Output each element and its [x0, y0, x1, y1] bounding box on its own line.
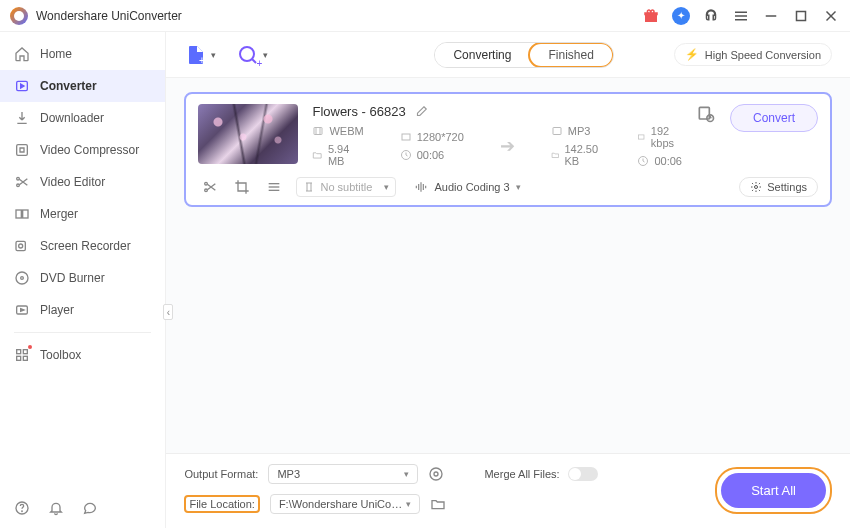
sidebar-item-label: Video Compressor [40, 143, 139, 157]
svg-rect-31 [402, 134, 410, 140]
divider [14, 332, 151, 333]
chevron-down-icon: ▾ [211, 50, 216, 60]
feedback-icon[interactable] [82, 500, 98, 516]
compressor-icon [14, 142, 30, 158]
tab-finished[interactable]: Finished [528, 42, 613, 68]
sidebar-item-downloader[interactable]: Downloader [0, 102, 165, 134]
chevron-down-icon: ▾ [404, 469, 409, 479]
speed-label: High Speed Conversion [705, 49, 821, 61]
subtitle-select[interactable]: No subtitle ▾ [296, 177, 396, 197]
item-settings-button[interactable]: Settings [739, 177, 818, 197]
edit-title-icon[interactable] [414, 105, 428, 119]
svg-rect-14 [16, 241, 25, 250]
close-icon[interactable] [822, 7, 840, 25]
file-settings-icon[interactable] [696, 104, 716, 124]
subtitle-icon [303, 181, 315, 193]
sidebar-item-converter[interactable]: Converter [0, 70, 165, 102]
dst-bitrate: 192 kbps [651, 125, 682, 149]
crop-icon[interactable] [234, 179, 250, 195]
file-title: Flowers - 66823 [312, 104, 405, 119]
svg-marker-8 [21, 84, 24, 88]
src-resolution: 1280*720 [417, 131, 464, 143]
gift-icon[interactable] [642, 7, 660, 25]
svg-rect-22 [17, 356, 21, 360]
svg-point-17 [21, 277, 24, 280]
arrow-icon: ➔ [500, 135, 515, 157]
footer: Output Format: MP3 ▾ Merge All Files: Fi… [166, 453, 850, 528]
gear-icon [750, 181, 762, 193]
src-format: WEBM [329, 125, 363, 137]
bell-icon[interactable] [48, 500, 64, 516]
svg-rect-28 [314, 128, 322, 135]
svg-rect-33 [553, 128, 561, 135]
svg-rect-9 [17, 145, 28, 156]
recorder-icon [14, 238, 30, 254]
add-url-button[interactable]: + ▾ [236, 43, 260, 67]
app-logo [10, 7, 28, 25]
svg-point-49 [434, 472, 438, 476]
sidebar-item-dvd[interactable]: DVD Burner [0, 262, 165, 294]
start-all-button[interactable]: Start All [721, 473, 826, 508]
menu-icon[interactable] [732, 7, 750, 25]
svg-point-38 [205, 182, 208, 185]
notification-dot [28, 345, 32, 349]
help-icon[interactable] [14, 500, 30, 516]
folder-icon [312, 149, 322, 161]
minimize-icon[interactable] [762, 7, 780, 25]
video-thumbnail[interactable] [198, 104, 298, 164]
sidebar-item-label: Merger [40, 207, 78, 221]
sidebar-item-player[interactable]: Player [0, 294, 165, 326]
svg-rect-13 [23, 210, 28, 218]
svg-point-16 [16, 272, 28, 284]
sidebar-item-recorder[interactable]: Screen Recorder [0, 230, 165, 262]
add-file-button[interactable]: + ▾ [184, 43, 208, 67]
svg-point-15 [19, 244, 23, 248]
svg-rect-23 [23, 356, 27, 360]
grid-icon [14, 347, 30, 363]
status-segmented: Converting Finished [434, 42, 613, 68]
src-size: 5.94 MB [328, 143, 364, 167]
support-icon[interactable] [702, 7, 720, 25]
sidebar-item-home[interactable]: Home [0, 38, 165, 70]
file-card: Flowers - 66823 WEBM 5.94 MB 1280*720 00… [184, 92, 832, 207]
sidebar-item-merger[interactable]: Merger [0, 198, 165, 230]
sidebar-item-label: Toolbox [40, 348, 81, 362]
sidebar-collapse-handle[interactable]: ‹ [163, 304, 173, 320]
output-format-select[interactable]: MP3 ▾ [268, 464, 418, 484]
sidebar-item-label: Home [40, 47, 72, 61]
sidebar-item-compressor[interactable]: Video Compressor [0, 134, 165, 166]
account-icon[interactable]: ✦ [672, 7, 690, 25]
svg-text:+: + [199, 55, 205, 66]
high-speed-toggle[interactable]: ⚡ High Speed Conversion [674, 43, 832, 66]
dst-duration: 00:06 [654, 155, 682, 167]
svg-point-50 [430, 468, 442, 480]
convert-button[interactable]: Convert [730, 104, 818, 132]
open-folder-icon[interactable] [430, 496, 446, 512]
play-icon [14, 302, 30, 318]
disc-icon [14, 270, 30, 286]
folder-icon [551, 149, 560, 161]
sidebar-item-label: Converter [40, 79, 97, 93]
svg-point-10 [17, 177, 20, 180]
more-icon[interactable] [266, 179, 282, 195]
bitrate-icon [637, 131, 645, 143]
trim-icon[interactable] [202, 179, 218, 195]
audio-value: Audio Coding 3 [434, 181, 509, 193]
file-location-select[interactable]: F:\Wondershare UniConverter ▾ [270, 494, 420, 514]
audio-icon [551, 125, 563, 137]
format-settings-icon[interactable] [428, 466, 444, 482]
scissors-icon [14, 174, 30, 190]
svg-rect-34 [639, 135, 645, 139]
tab-converting[interactable]: Converting [435, 43, 529, 67]
converter-icon [14, 78, 30, 94]
sidebar-item-toolbox[interactable]: Toolbox [0, 339, 165, 371]
audio-track-select[interactable]: Audio Coding 3 ▾ [406, 177, 528, 197]
src-duration: 00:06 [417, 149, 445, 161]
file-location-value: F:\Wondershare UniConverter [279, 498, 406, 510]
main-panel: + ▾ + ▾ Converting Finished ⚡ High Speed… [166, 32, 850, 528]
sidebar-item-editor[interactable]: Video Editor [0, 166, 165, 198]
sidebar: Home Converter Downloader Video Compress… [0, 32, 166, 528]
clock-icon [637, 155, 649, 167]
maximize-icon[interactable] [792, 7, 810, 25]
merge-toggle[interactable] [568, 467, 598, 481]
